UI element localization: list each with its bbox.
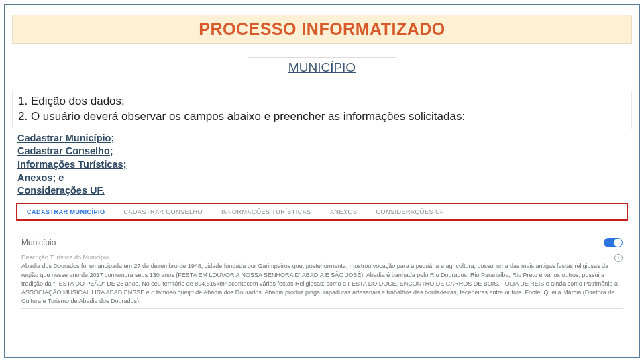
instructions-box: 1. Edição dos dados; 2. O usuário deverá… — [12, 90, 632, 129]
subtitle-wrap: MUNICÍPIO — [12, 57, 632, 78]
sublist-item: Cadastrar Município; — [17, 132, 632, 145]
slide-frame: PROCESSO INFORMATIZADO MUNICÍPIO 1. Ediç… — [4, 4, 640, 358]
instruction-line-2: 2. O usuário deverá observar os campos a… — [18, 109, 626, 125]
info-icon[interactable]: i — [614, 254, 623, 262]
subtitle-label: MUNICÍPIO — [248, 57, 396, 78]
tab-informacoes-turisticas[interactable]: INFORMAÇÕES TURÍSTICAS — [221, 208, 311, 215]
tab-bar: CADASTRAR MUNICÍPIO CADASTRAR CONSELHO I… — [17, 204, 627, 219]
tab-cadastrar-municipio[interactable]: CADASTRAR MUNICÍPIO — [27, 208, 105, 215]
description-textarea[interactable]: Abadia dos Dourados foi emancipada em 27… — [21, 262, 623, 309]
form-section-label: Município — [21, 238, 56, 247]
tab-cadastrar-conselho[interactable]: CADASTRAR CONSELHO — [124, 208, 203, 215]
sublist-item: Cadastrar Conselho; — [17, 145, 632, 158]
tabs-highlight-box: CADASTRAR MUNICÍPIO CADASTRAR CONSELHO I… — [16, 203, 628, 221]
description-label-row: Descrição Turística do Município i — [21, 254, 623, 262]
sublist-item: Considerações UF. — [17, 184, 632, 198]
tab-anexos[interactable]: ANEXOS — [330, 208, 358, 215]
tab-consideracoes-uf[interactable]: CONSIDERAÇÕES UF — [376, 208, 444, 215]
instruction-line-1: 1. Edição dos dados; — [18, 94, 626, 109]
municipio-toggle[interactable] — [604, 238, 623, 247]
toggle-knob — [614, 239, 622, 247]
form-header: Município — [21, 238, 623, 247]
instruction-sublist: Cadastrar Município; Cadastrar Conselho;… — [12, 131, 632, 200]
page-title: PROCESSO INFORMATIZADO — [13, 19, 631, 39]
sublist-item: Informações Turísticas; — [17, 158, 632, 172]
title-bar: PROCESSO INFORMATIZADO — [12, 15, 632, 44]
sublist-item: Anexos; e — [17, 172, 632, 185]
description-label: Descrição Turística do Município — [21, 254, 109, 261]
form-area: Município Descrição Turística do Municíp… — [16, 234, 628, 313]
